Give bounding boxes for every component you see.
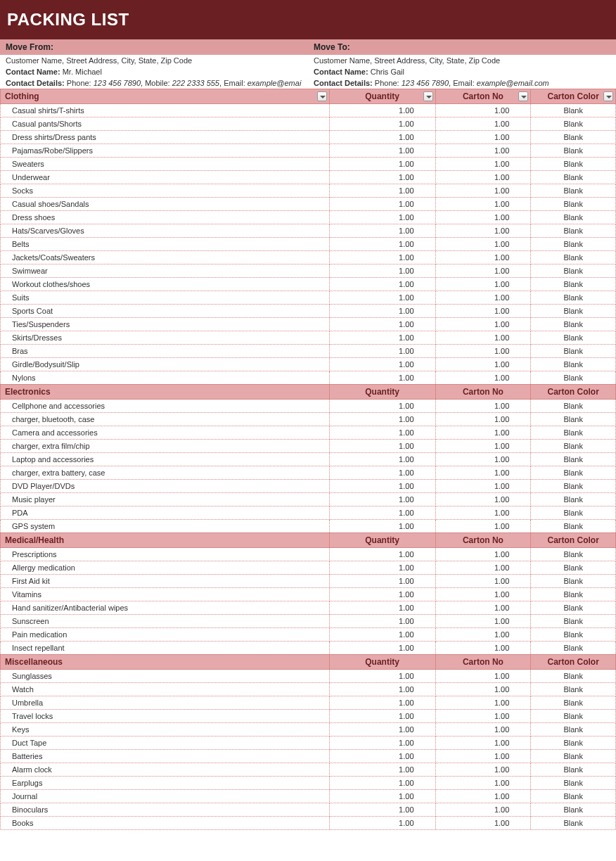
item-name-cell[interactable]: Casual shoes/Sandals xyxy=(1,198,330,211)
item-name-cell[interactable]: Nylons xyxy=(1,371,330,385)
item-name-cell[interactable]: Cellphone and accessories xyxy=(1,400,330,413)
carton-color-cell[interactable]: Blank xyxy=(531,131,616,144)
item-name-cell[interactable]: Prescriptions xyxy=(1,548,330,561)
quantity-cell[interactable]: 1.00 xyxy=(329,371,435,385)
quantity-cell[interactable]: 1.00 xyxy=(329,480,435,493)
carton-no-cell[interactable]: 1.00 xyxy=(435,251,531,264)
carton-color-cell[interactable]: Blank xyxy=(531,588,616,601)
carton-color-cell[interactable]: Blank xyxy=(531,184,616,198)
carton-no-cell[interactable]: 1.00 xyxy=(435,548,531,561)
item-name-cell[interactable]: Journal xyxy=(1,790,330,803)
filter-dropdown-icon[interactable] xyxy=(423,91,433,101)
carton-no-cell[interactable]: 1.00 xyxy=(435,575,531,588)
carton-no-cell[interactable]: 1.00 xyxy=(435,683,531,696)
carton-color-cell[interactable]: Blank xyxy=(531,264,616,278)
carton-color-cell[interactable]: Blank xyxy=(531,601,616,615)
item-name-cell[interactable]: Sweaters xyxy=(1,158,330,171)
quantity-cell[interactable]: 1.00 xyxy=(329,413,435,426)
item-name-cell[interactable]: Insect repellant xyxy=(1,642,330,655)
quantity-cell[interactable]: 1.00 xyxy=(329,171,435,184)
item-name-cell[interactable]: Duct Tape xyxy=(1,736,330,750)
item-name-cell[interactable]: Binoculars xyxy=(1,803,330,817)
item-name-cell[interactable]: Swimwear xyxy=(1,264,330,278)
item-name-cell[interactable]: Workout clothes/shoes xyxy=(1,278,330,291)
quantity-cell[interactable]: 1.00 xyxy=(329,184,435,198)
item-name-cell[interactable]: charger, bluetooth, case xyxy=(1,413,330,426)
carton-color-cell[interactable]: Blank xyxy=(531,480,616,493)
carton-no-cell[interactable]: 1.00 xyxy=(435,628,531,642)
quantity-cell[interactable]: 1.00 xyxy=(329,144,435,158)
carton-color-cell[interactable]: Blank xyxy=(531,763,616,777)
carton-color-cell[interactable]: Blank xyxy=(531,723,616,736)
item-name-cell[interactable]: charger, extra battery, case xyxy=(1,466,330,480)
carton-color-cell[interactable]: Blank xyxy=(531,251,616,264)
carton-no-cell[interactable]: 1.00 xyxy=(435,331,531,345)
quantity-cell[interactable]: 1.00 xyxy=(329,683,435,696)
item-name-cell[interactable]: Music player xyxy=(1,493,330,506)
carton-no-cell[interactable]: 1.00 xyxy=(435,400,531,413)
item-name-cell[interactable]: Watch xyxy=(1,683,330,696)
carton-color-cell[interactable]: Blank xyxy=(531,466,616,480)
carton-no-cell[interactable]: 1.00 xyxy=(435,506,531,520)
carton-color-cell[interactable]: Blank xyxy=(531,278,616,291)
quantity-cell[interactable]: 1.00 xyxy=(329,198,435,211)
quantity-cell[interactable]: 1.00 xyxy=(329,520,435,533)
carton-color-cell[interactable]: Blank xyxy=(531,211,616,224)
carton-no-cell[interactable]: 1.00 xyxy=(435,642,531,655)
carton-color-cell[interactable]: Blank xyxy=(531,683,616,696)
quantity-cell[interactable]: 1.00 xyxy=(329,158,435,171)
item-name-cell[interactable]: Girdle/Bodysuit/Slip xyxy=(1,358,330,371)
carton-no-cell[interactable]: 1.00 xyxy=(435,305,531,318)
carton-no-cell[interactable]: 1.00 xyxy=(435,696,531,710)
carton-no-cell[interactable]: 1.00 xyxy=(435,480,531,493)
item-name-cell[interactable]: Skirts/Dresses xyxy=(1,331,330,345)
quantity-cell[interactable]: 1.00 xyxy=(329,117,435,131)
carton-no-cell[interactable]: 1.00 xyxy=(435,345,531,358)
item-name-cell[interactable]: Underwear xyxy=(1,171,330,184)
quantity-cell[interactable]: 1.00 xyxy=(329,251,435,264)
quantity-cell[interactable]: 1.00 xyxy=(329,588,435,601)
item-name-cell[interactable]: Batteries xyxy=(1,750,330,763)
item-name-cell[interactable]: Hats/Scarves/Gloves xyxy=(1,224,330,238)
quantity-cell[interactable]: 1.00 xyxy=(329,628,435,642)
carton-color-cell[interactable]: Blank xyxy=(531,696,616,710)
carton-color-cell[interactable]: Blank xyxy=(531,561,616,575)
carton-no-cell[interactable]: 1.00 xyxy=(435,158,531,171)
carton-color-cell[interactable]: Blank xyxy=(531,158,616,171)
carton-color-cell[interactable]: Blank xyxy=(531,548,616,561)
carton-color-cell[interactable]: Blank xyxy=(531,238,616,251)
carton-no-cell[interactable]: 1.00 xyxy=(435,278,531,291)
quantity-cell[interactable]: 1.00 xyxy=(329,670,435,683)
carton-no-cell[interactable]: 1.00 xyxy=(435,104,531,117)
carton-no-cell[interactable]: 1.00 xyxy=(435,803,531,817)
item-name-cell[interactable]: Pajamas/Robe/Slippers xyxy=(1,144,330,158)
quantity-cell[interactable]: 1.00 xyxy=(329,211,435,224)
carton-color-cell[interactable]: Blank xyxy=(531,104,616,117)
carton-no-cell[interactable]: 1.00 xyxy=(435,790,531,803)
carton-color-cell[interactable]: Blank xyxy=(531,817,616,830)
carton-no-cell[interactable]: 1.00 xyxy=(435,588,531,601)
quantity-cell[interactable]: 1.00 xyxy=(329,710,435,723)
quantity-cell[interactable]: 1.00 xyxy=(329,318,435,331)
carton-no-cell[interactable]: 1.00 xyxy=(435,413,531,426)
quantity-cell[interactable]: 1.00 xyxy=(329,238,435,251)
item-name-cell[interactable]: Hand sanitizer/Antibacterial wipes xyxy=(1,601,330,615)
carton-color-cell[interactable]: Blank xyxy=(531,413,616,426)
carton-no-cell[interactable]: 1.00 xyxy=(435,426,531,440)
carton-color-cell[interactable]: Blank xyxy=(531,777,616,790)
quantity-cell[interactable]: 1.00 xyxy=(329,331,435,345)
item-name-cell[interactable]: Socks xyxy=(1,184,330,198)
carton-no-cell[interactable]: 1.00 xyxy=(435,750,531,763)
quantity-cell[interactable]: 1.00 xyxy=(329,278,435,291)
carton-color-cell[interactable]: Blank xyxy=(531,117,616,131)
quantity-cell[interactable]: 1.00 xyxy=(329,548,435,561)
carton-no-cell[interactable]: 1.00 xyxy=(435,670,531,683)
quantity-cell[interactable]: 1.00 xyxy=(329,736,435,750)
quantity-cell[interactable]: 1.00 xyxy=(329,506,435,520)
quantity-cell[interactable]: 1.00 xyxy=(329,642,435,655)
item-name-cell[interactable]: Sunglasses xyxy=(1,670,330,683)
item-name-cell[interactable]: Dress shoes xyxy=(1,211,330,224)
item-name-cell[interactable]: PDA xyxy=(1,506,330,520)
carton-color-cell[interactable]: Blank xyxy=(531,736,616,750)
carton-color-cell[interactable]: Blank xyxy=(531,371,616,385)
